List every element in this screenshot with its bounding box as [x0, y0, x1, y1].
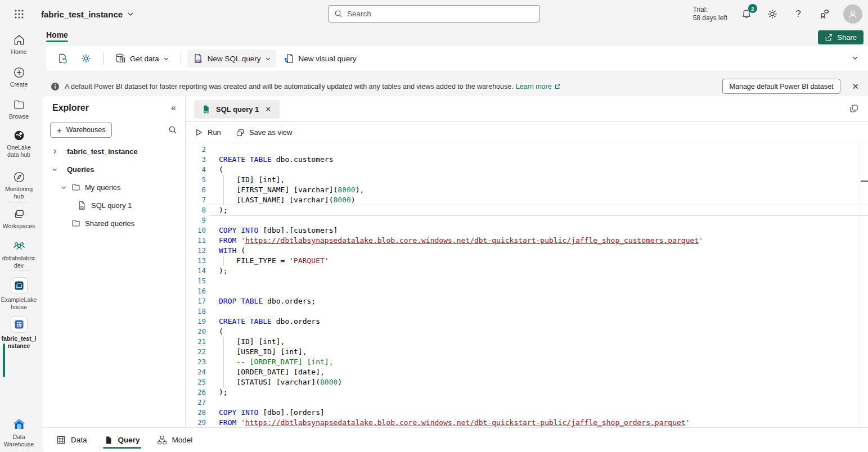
- rail-item-data-warehouse[interactable]: Data Warehouse: [0, 418, 38, 448]
- explorer-search-icon[interactable]: [168, 125, 177, 134]
- code-line[interactable]: 27: [186, 397, 868, 408]
- new-sql-query-button[interactable]: SQL New SQL query: [187, 49, 276, 67]
- rail-item-create[interactable]: Create: [0, 66, 38, 88]
- workspace-switcher[interactable]: fabric_test_instance: [41, 10, 134, 19]
- new-warehouse-button[interactable]: + Warehouses: [50, 123, 112, 138]
- code-line[interactable]: 21 [ID] [int],: [186, 337, 868, 347]
- notifications-button[interactable]: 2: [740, 7, 753, 21]
- line-number: 10: [186, 225, 206, 236]
- banner-close-icon[interactable]: ✕: [849, 80, 861, 93]
- feedback-button[interactable]: [817, 7, 831, 21]
- share-button[interactable]: Share: [818, 30, 863, 44]
- code-editor[interactable]: 23CREATE TABLE dbo.customers4(5 [ID] [in…: [186, 143, 868, 427]
- get-data-button[interactable]: Get data: [110, 49, 174, 67]
- line-number: 3: [186, 155, 206, 165]
- tree-item-my-queries[interactable]: My queries: [42, 178, 185, 196]
- rail-item-onelake-data-hub[interactable]: OneLake data hub: [0, 129, 38, 159]
- code-line[interactable]: 16: [186, 286, 868, 296]
- code-line[interactable]: 24 [ORDER_DATE] [date],: [186, 367, 868, 377]
- line-number: 20: [186, 327, 206, 337]
- code-text: WITH (: [219, 246, 245, 256]
- chevron-down-icon: [52, 166, 58, 173]
- tree-item-warehouse[interactable]: fabric_test_instance: [42, 142, 185, 160]
- chevron-down-icon: [265, 56, 271, 62]
- code-text: COPY INTO [dbo].[customers]: [219, 225, 338, 236]
- code-text: FILE_TYPE = 'PARQUET': [219, 256, 329, 266]
- code-line[interactable]: 4(: [186, 165, 868, 175]
- search-input[interactable]: [347, 10, 534, 18]
- code-line[interactable]: 6 [FIRST_NAME] [varchar](8000),: [186, 185, 868, 195]
- copy-icon[interactable]: [849, 103, 859, 114]
- rail-item-examplelakehouse[interactable]: ExampleLakehouse: [0, 277, 38, 311]
- settings-button[interactable]: [766, 7, 779, 21]
- tree-item-sql-query-1[interactable]: SQL SQL query 1: [42, 196, 185, 214]
- learn-more-link[interactable]: Learn more: [516, 83, 561, 91]
- save-as-view-button[interactable]: Save as view: [236, 128, 293, 137]
- rail-item-monitoring-hub[interactable]: Monitoring hub: [0, 171, 38, 200]
- rail-item-fabric-test-instance[interactable]: fabric_test_instance: [0, 316, 38, 350]
- code-line[interactable]: 7 [LAST_NAME] [varchar](8000): [186, 195, 868, 205]
- code-line[interactable]: 23 -- [ORDER_DATE] [int],: [186, 357, 868, 367]
- code-line[interactable]: 17DROP TABLE dbo.orders;: [186, 296, 868, 306]
- app-launcher-icon[interactable]: [11, 6, 28, 22]
- refresh-button[interactable]: [52, 49, 73, 67]
- new-visual-query-button[interactable]: New visual query: [278, 49, 362, 67]
- settings-gear-icon: [80, 53, 92, 64]
- main-content-card: Explorer « + Warehouses fabric_test_inst…: [42, 96, 868, 452]
- code-line[interactable]: 28COPY INTO [dbo].[orders]: [186, 408, 868, 418]
- line-number: 24: [186, 367, 206, 377]
- folder-icon: [71, 183, 80, 192]
- code-line[interactable]: 3CREATE TABLE dbo.customers: [186, 155, 868, 165]
- code-line[interactable]: 12WITH (: [186, 246, 868, 256]
- folder-icon: [13, 98, 25, 111]
- code-line[interactable]: 10COPY INTO [dbo].[customers]: [186, 225, 868, 236]
- trial-status: Trial: 58 days left: [693, 6, 727, 22]
- rail-item-dbtlabsfabricdev[interactable]: dbtlabsfabricdev: [0, 240, 38, 269]
- collapse-panel-icon[interactable]: «: [171, 103, 176, 113]
- code-line[interactable]: 14);: [186, 266, 868, 276]
- avatar[interactable]: [843, 4, 862, 24]
- code-line[interactable]: 8);: [186, 205, 868, 215]
- rail-item-browse[interactable]: Browse: [0, 98, 38, 120]
- tab-close-icon[interactable]: ✕: [264, 105, 272, 114]
- code-text: DROP TABLE dbo.orders;: [219, 296, 316, 306]
- code-line[interactable]: 20(: [186, 327, 868, 337]
- help-button[interactable]: ?: [791, 7, 805, 21]
- rail-item-workspaces[interactable]: Workspaces: [0, 208, 38, 230]
- manage-dataset-button[interactable]: Manage default Power BI dataset: [722, 79, 841, 94]
- chevron-down-icon: [61, 184, 67, 191]
- rail-divider: [8, 270, 29, 270]
- code-line[interactable]: 2: [186, 144, 868, 155]
- line-number: 21: [186, 337, 206, 347]
- code-text: [ORDER_DATE] [date],: [219, 367, 325, 377]
- code-line[interactable]: 19CREATE TABLE dbo.orders: [186, 317, 868, 327]
- code-line[interactable]: 11FROM 'https://dbtlabsynapsedatalake.bl…: [186, 236, 868, 246]
- query-document-icon: [104, 436, 113, 445]
- ribbon-collapse-button[interactable]: [851, 54, 859, 62]
- tab-sql-query-1[interactable]: SQL SQL query 1 ✕: [194, 100, 280, 119]
- code-line[interactable]: 22 [USER_ID] [int],: [186, 347, 868, 357]
- tab-model[interactable]: Model: [157, 428, 193, 452]
- info-icon: [51, 82, 60, 91]
- tree-item-queries[interactable]: Queries: [42, 160, 185, 178]
- line-number: 9: [186, 215, 206, 225]
- code-line[interactable]: 26);: [186, 387, 868, 397]
- code-line[interactable]: 25 [STATUS] [varchar](8000): [186, 377, 868, 387]
- notification-badge: 2: [748, 4, 757, 13]
- rail-item-home[interactable]: Home: [0, 34, 38, 56]
- code-line[interactable]: 5 [ID] [int],: [186, 175, 868, 185]
- code-line[interactable]: 9: [186, 215, 868, 225]
- tree-item-shared-queries[interactable]: Shared queries: [42, 214, 185, 232]
- query-settings-button[interactable]: [75, 49, 97, 67]
- tab-data[interactable]: Data: [56, 428, 87, 452]
- tab-query[interactable]: Query: [104, 428, 140, 452]
- code-text: (: [219, 165, 223, 175]
- line-number: 4: [186, 165, 206, 175]
- code-line[interactable]: 29FROM 'https://dbtlabsynapsedatalake.bl…: [186, 418, 868, 427]
- run-button[interactable]: Run: [195, 128, 221, 137]
- code-line[interactable]: 18: [186, 306, 868, 317]
- code-line[interactable]: 13 FILE_TYPE = 'PARQUET': [186, 256, 868, 266]
- svg-text:SQL: SQL: [196, 59, 203, 62]
- code-line[interactable]: 15: [186, 276, 868, 286]
- tab-home[interactable]: Home: [46, 30, 68, 42]
